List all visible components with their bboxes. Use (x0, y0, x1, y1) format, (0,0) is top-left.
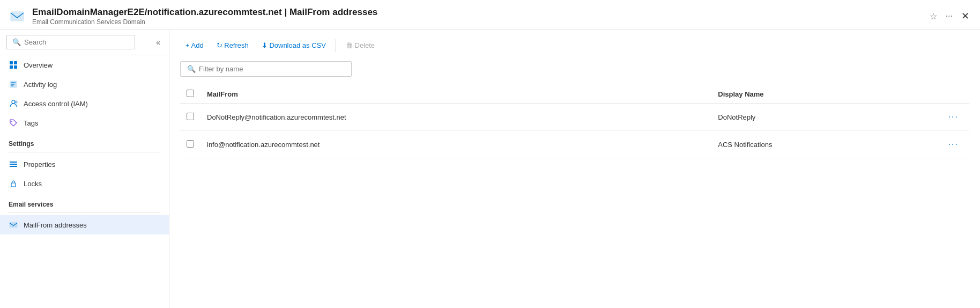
sidebar-item-activity-log-label: Activity log (24, 80, 57, 89)
activity-log-icon (9, 79, 18, 89)
display-name-column-header: Display Name (711, 85, 937, 104)
settings-section-label: Settings (0, 133, 169, 150)
favorite-button[interactable]: ☆ (927, 9, 939, 24)
tags-icon (9, 118, 18, 128)
toolbar-separator (336, 39, 336, 52)
sidebar-item-mailfrom[interactable]: MailFrom addresses (0, 215, 169, 234)
mailfrom-icon (9, 220, 18, 230)
add-button[interactable]: + Add (180, 38, 209, 53)
svg-rect-12 (10, 162, 17, 163)
refresh-button[interactable]: ↻ Refresh (211, 38, 254, 53)
row2-checkbox-cell[interactable] (180, 131, 201, 158)
svg-rect-13 (10, 164, 17, 165)
svg-rect-2 (14, 61, 17, 64)
sidebar-item-tags-label: Tags (24, 119, 38, 127)
header-title-block: EmailDomainManagerE2E/notification.azure… (32, 6, 377, 26)
locks-icon (9, 179, 18, 188)
main-layout: 🔍 « Overview (0, 30, 980, 308)
sidebar-item-overview[interactable]: Overview (0, 55, 169, 75)
sidebar-item-properties-label: Properties (24, 160, 55, 168)
content-area: + Add ↻ Refresh ⬇ Download as CSV 🗑 Dele… (169, 30, 980, 308)
sidebar-item-tags[interactable]: Tags (0, 113, 169, 133)
sidebar-item-properties[interactable]: Properties (0, 155, 169, 174)
row1-checkbox-cell[interactable] (180, 104, 201, 131)
svg-point-11 (11, 121, 12, 122)
header-left: EmailDomainManagerE2E/notification.azure… (9, 6, 377, 26)
svg-rect-3 (10, 65, 13, 69)
row1-display-name: DoNotReply (711, 104, 937, 131)
collapse-sidebar-button[interactable]: « (154, 36, 162, 49)
sidebar-item-locks-label: Locks (24, 180, 42, 188)
delete-button[interactable]: 🗑 Delete (340, 38, 380, 53)
mailfrom-table: MailFrom Display Name DoNotReply@notific… (180, 85, 969, 158)
svg-rect-0 (11, 12, 24, 21)
page-subtitle: Email Communication Services Domain (32, 18, 377, 26)
search-container: 🔍 « (0, 30, 169, 55)
svg-rect-4 (14, 65, 17, 69)
sidebar-item-access-control[interactable]: Access control (IAM) (0, 94, 169, 113)
filter-icon: 🔍 (187, 65, 196, 73)
svg-rect-16 (10, 222, 17, 228)
page-header: EmailDomainManagerE2E/notification.azure… (0, 0, 980, 30)
row1-checkbox[interactable] (187, 113, 194, 120)
row2-checkbox[interactable] (187, 140, 194, 148)
row2-mailfrom: info@notification.azurecommtest.net (201, 131, 711, 158)
table-row: info@notification.azurecommtest.net ACS … (180, 131, 969, 158)
actions-column-header (937, 85, 969, 104)
filter-box[interactable]: 🔍 (180, 61, 352, 77)
settings-divider (9, 152, 160, 152)
header-actions: ☆ ··· ✕ (927, 8, 971, 24)
sidebar: 🔍 « Overview (0, 30, 169, 308)
mailfrom-column-header: MailFrom (201, 85, 711, 104)
svg-point-10 (15, 101, 17, 103)
row2-actions: ··· (937, 131, 969, 158)
search-box[interactable]: 🔍 (6, 35, 135, 49)
table-row: DoNotReply@notification.azurecommtest.ne… (180, 104, 969, 131)
page-title: EmailDomainManagerE2E/notification.azure… (32, 6, 377, 18)
sidebar-item-access-control-label: Access control (IAM) (24, 100, 88, 108)
sidebar-item-activity-log[interactable]: Activity log (0, 75, 169, 94)
row2-more-button[interactable]: ··· (944, 137, 963, 151)
email-services-divider (9, 212, 160, 213)
sidebar-item-overview-label: Overview (24, 61, 53, 69)
svg-point-9 (12, 100, 15, 104)
access-control-icon (9, 99, 18, 108)
email-domain-icon (9, 8, 26, 25)
email-services-section-label: Email services (0, 193, 169, 210)
download-csv-button[interactable]: ⬇ Download as CSV (256, 38, 331, 53)
svg-rect-15 (11, 183, 16, 187)
row1-actions: ··· (937, 104, 969, 131)
table-container: MailFrom Display Name DoNotReply@notific… (180, 85, 969, 299)
select-all-checkbox[interactable] (187, 90, 194, 97)
overview-icon (9, 60, 18, 70)
sidebar-item-locks[interactable]: Locks (0, 174, 169, 193)
svg-rect-1 (10, 61, 13, 64)
row1-more-button[interactable]: ··· (944, 110, 963, 124)
filter-input[interactable] (199, 65, 345, 73)
more-options-button[interactable]: ··· (944, 9, 955, 23)
properties-icon (9, 159, 18, 169)
row2-display-name: ACS Notifications (711, 131, 937, 158)
search-icon: 🔍 (12, 38, 21, 46)
toolbar: + Add ↻ Refresh ⬇ Download as CSV 🗑 Dele… (180, 38, 969, 53)
close-button[interactable]: ✕ (959, 8, 971, 24)
search-input[interactable] (24, 38, 129, 46)
row1-mailfrom: DoNotReply@notification.azurecommtest.ne… (201, 104, 711, 131)
svg-rect-14 (10, 166, 17, 167)
select-all-header[interactable] (180, 85, 201, 104)
sidebar-item-mailfrom-label: MailFrom addresses (24, 221, 87, 229)
